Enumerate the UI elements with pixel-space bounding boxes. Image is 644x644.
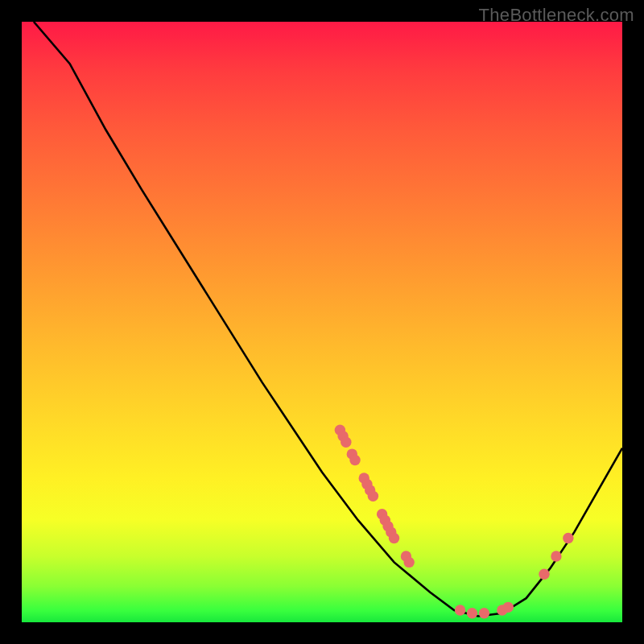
chart-svg: [22, 22, 622, 622]
data-marker: [455, 605, 465, 615]
data-marker: [563, 533, 573, 543]
chart-container: TheBottleneck.com: [0, 0, 644, 644]
data-marker: [479, 608, 489, 618]
data-marker: [349, 455, 360, 465]
plot-area: [22, 22, 622, 622]
data-marker: [403, 557, 414, 568]
data-marker: [389, 533, 399, 543]
data-marker: [341, 436, 351, 447]
data-marker: [539, 569, 549, 580]
data-marker: [368, 491, 378, 502]
data-marker: [467, 608, 477, 618]
data-markers: [335, 425, 574, 619]
data-marker: [551, 551, 561, 561]
data-marker: [503, 602, 514, 613]
bottleneck-curve: [34, 22, 622, 617]
